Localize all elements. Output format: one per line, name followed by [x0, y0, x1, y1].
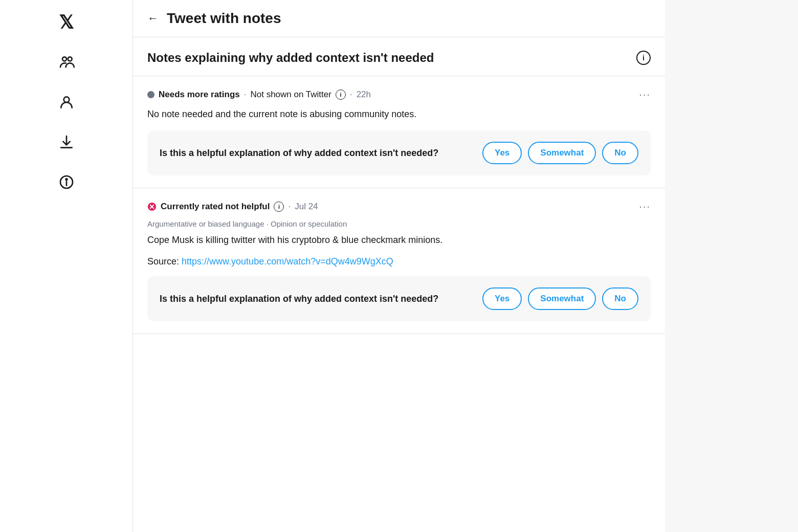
rating-no-1[interactable]: No — [602, 142, 638, 164]
rating-question-2: Is this a helpful explanation of why add… — [160, 293, 474, 305]
x-logo-icon[interactable]: 𝕏 — [54, 10, 79, 35]
note-status-2: Currently rated not helpful — [161, 202, 270, 212]
rating-box-2: Is this a helpful explanation of why add… — [147, 276, 651, 321]
rating-somewhat-1[interactable]: Somewhat — [528, 142, 596, 164]
note-meta-2: Currently rated not helpful i · Jul 24 ·… — [147, 201, 651, 212]
back-button[interactable]: ← — [147, 12, 159, 25]
svg-point-1 — [68, 57, 72, 61]
svg-point-2 — [63, 97, 69, 102]
rating-buttons-2: Yes Somewhat No — [482, 287, 638, 310]
page-title: Tweet with notes — [167, 10, 281, 27]
note-meta-1: Needs more ratings · Not shown on Twitte… — [147, 88, 651, 100]
note-status-1: Needs more ratings — [159, 90, 240, 100]
sidebar: 𝕏 — [0, 0, 133, 532]
section-title-bar: Notes explaining why added context isn't… — [133, 37, 665, 76]
section-info-button[interactable]: i — [636, 51, 651, 65]
note-info-icon-2[interactable]: i — [274, 202, 284, 212]
status-dot-gray — [147, 91, 154, 98]
status-icon-red — [147, 202, 157, 211]
rating-somewhat-2[interactable]: Somewhat — [528, 287, 596, 310]
download-icon[interactable] — [54, 130, 79, 154]
note-card-2: Currently rated not helpful i · Jul 24 ·… — [133, 188, 665, 334]
note-time-1: 22h — [357, 90, 371, 100]
svg-point-0 — [62, 57, 66, 61]
page-header: ← Tweet with notes — [133, 0, 665, 37]
note-info-icon-1[interactable]: i — [336, 90, 346, 100]
svg-point-4 — [65, 179, 67, 180]
section-title: Notes explaining why added context isn't… — [147, 50, 434, 65]
community-icon[interactable] — [54, 50, 79, 75]
note-body-2: Cope Musk is killing twitter with his cr… — [147, 233, 651, 247]
rating-question-1: Is this a helpful explanation of why add… — [160, 147, 474, 160]
note-source-2: Source: https://www.youtube.com/watch?v=… — [147, 256, 651, 267]
rating-yes-2[interactable]: Yes — [482, 287, 522, 310]
info-sidebar-icon[interactable] — [54, 170, 79, 194]
rating-box-1: Is this a helpful explanation of why add… — [147, 130, 651, 175]
note-body-1: No note needed and the current note is a… — [147, 107, 651, 121]
profile-icon[interactable] — [54, 90, 79, 115]
note-visibility-1: Not shown on Twitter — [250, 90, 331, 100]
note-time-2: Jul 24 — [295, 202, 318, 212]
rating-buttons-1: Yes Somewhat No — [482, 142, 638, 164]
main-content: ← Tweet with notes Notes explaining why … — [133, 0, 665, 532]
note-tags-2: Argumentative or biased language · Opini… — [147, 219, 651, 228]
note-card-1: Needs more ratings · Not shown on Twitte… — [133, 76, 665, 188]
note-more-button-2[interactable]: ··· — [639, 201, 651, 212]
note-source-link-2[interactable]: https://www.youtube.com/watch?v=dQw4w9Wg… — [182, 256, 393, 267]
note-more-button-1[interactable]: ··· — [639, 88, 651, 100]
rating-yes-1[interactable]: Yes — [482, 142, 522, 164]
rating-no-2[interactable]: No — [602, 287, 638, 310]
